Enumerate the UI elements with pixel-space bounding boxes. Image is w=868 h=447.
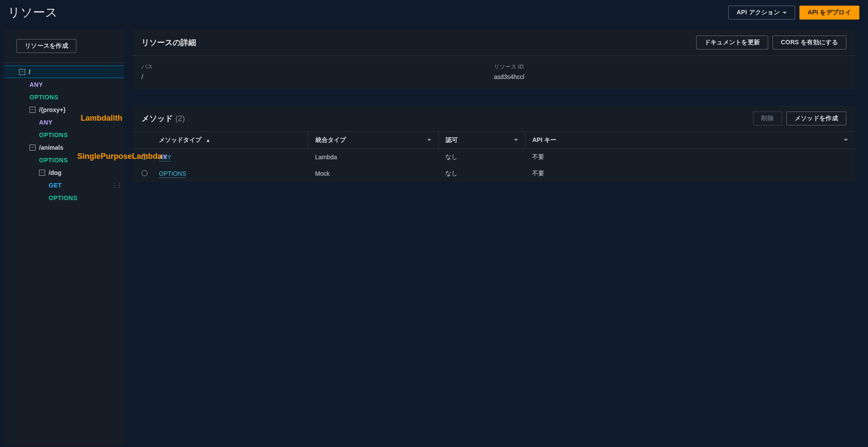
delete-method-button[interactable]: 削除 bbox=[753, 112, 782, 125]
tree-node-animals-options[interactable]: OPTIONS bbox=[4, 154, 124, 166]
create-resource-button[interactable]: リソースを作成 bbox=[16, 39, 76, 53]
methods-count: (2) bbox=[175, 114, 185, 123]
col-api-key[interactable]: API キー bbox=[525, 132, 855, 149]
method-options: OPTIONS bbox=[39, 131, 68, 138]
table-row[interactable]: OPTIONS Mock なし 不要 bbox=[133, 165, 855, 182]
resource-id-field: リソース ID asd3s4hccl bbox=[494, 63, 846, 80]
tree-label-dog: /dog bbox=[49, 169, 62, 176]
path-value: / bbox=[141, 73, 494, 80]
cell-apikey: 不要 bbox=[525, 165, 855, 182]
method-get: GET bbox=[49, 182, 62, 189]
chevron-down-icon bbox=[783, 12, 787, 14]
api-actions-button[interactable]: API アクション bbox=[728, 6, 795, 20]
tree-node-dog-get[interactable]: GET ⋮⋮ bbox=[4, 179, 124, 191]
methods-title: メソッド bbox=[141, 113, 173, 124]
col-integration-type[interactable]: 統合タイプ bbox=[308, 132, 438, 149]
method-any: ANY bbox=[30, 81, 43, 88]
cell-apikey: 不要 bbox=[525, 149, 855, 166]
method-link-any[interactable]: ANY bbox=[159, 154, 171, 161]
create-method-button[interactable]: メソッドを作成 bbox=[786, 112, 846, 125]
cell-integration: Lambda bbox=[308, 149, 438, 166]
filter-icon[interactable] bbox=[514, 139, 518, 141]
tree-label-root: / bbox=[29, 69, 30, 76]
col-authorization[interactable]: 認可 bbox=[438, 132, 525, 149]
cell-auth: なし bbox=[438, 149, 525, 166]
collapse-icon[interactable]: − bbox=[30, 145, 36, 151]
method-options: OPTIONS bbox=[39, 157, 68, 164]
update-docs-button[interactable]: ドキュメントを更新 bbox=[696, 36, 769, 49]
tree-node-root-options[interactable]: OPTIONS bbox=[4, 91, 124, 103]
collapse-icon[interactable]: − bbox=[39, 170, 45, 176]
resource-tree: − / ANY OPTIONS − /{proxy+} ANY OPTIONS … bbox=[4, 63, 124, 204]
row-radio[interactable] bbox=[141, 170, 148, 176]
enable-cors-button[interactable]: CORS を有効にする bbox=[773, 36, 846, 49]
method-any: ANY bbox=[39, 119, 53, 126]
resource-details-title: リソースの詳細 bbox=[141, 37, 196, 48]
resource-tree-sidebar: リソースを作成 − / ANY OPTIONS − /{proxy+} ANY … bbox=[4, 30, 124, 446]
tree-node-root[interactable]: − / bbox=[4, 66, 124, 78]
cell-integration: Mock bbox=[308, 165, 438, 182]
cell-auth: なし bbox=[438, 165, 525, 182]
page-title: リソース bbox=[8, 4, 58, 21]
tree-node-proxy-any[interactable]: ANY bbox=[4, 116, 124, 128]
methods-table: メソッドタイプ ▲ 統合タイプ 認可 API キー bbox=[133, 131, 855, 182]
path-label: パス bbox=[141, 63, 494, 71]
path-field: パス / bbox=[141, 63, 494, 80]
table-row[interactable]: ANY Lambda なし 不要 bbox=[133, 149, 855, 166]
tree-label-animals: /animals bbox=[39, 144, 63, 151]
resource-details-panel: リソースの詳細 ドキュメントを更新 CORS を有効にする パス / リソース … bbox=[133, 30, 855, 89]
method-options: OPTIONS bbox=[49, 194, 78, 201]
tree-node-dog[interactable]: − /dog bbox=[4, 166, 124, 179]
collapse-icon[interactable]: − bbox=[19, 69, 25, 75]
sort-asc-icon: ▲ bbox=[206, 138, 210, 143]
col-method-type[interactable]: メソッドタイプ ▲ bbox=[156, 132, 308, 149]
method-link-options[interactable]: OPTIONS bbox=[159, 170, 186, 178]
filter-icon[interactable] bbox=[844, 139, 848, 141]
tree-node-root-any[interactable]: ANY bbox=[4, 78, 124, 91]
drag-handle-icon[interactable]: ⋮⋮ bbox=[112, 182, 122, 188]
resource-id-value: asd3s4hccl bbox=[494, 73, 846, 80]
methods-panel: メソッド (2) 削除 メソッドを作成 メソッドタイプ ▲ bbox=[133, 105, 855, 182]
tree-node-proxy-options[interactable]: OPTIONS bbox=[4, 128, 124, 141]
api-actions-label: API アクション bbox=[736, 9, 780, 16]
tree-node-animals[interactable]: − /animals bbox=[4, 141, 124, 154]
tree-node-dog-options[interactable]: OPTIONS bbox=[4, 191, 124, 204]
tree-node-proxy[interactable]: − /{proxy+} bbox=[4, 103, 124, 116]
filter-icon[interactable] bbox=[427, 139, 431, 141]
tree-label-proxy: /{proxy+} bbox=[39, 106, 66, 113]
collapse-icon[interactable]: − bbox=[30, 107, 36, 113]
row-radio[interactable] bbox=[141, 154, 148, 160]
method-options: OPTIONS bbox=[30, 94, 59, 101]
resource-id-label: リソース ID bbox=[494, 63, 846, 71]
deploy-api-button[interactable]: API をデプロイ bbox=[799, 6, 859, 20]
